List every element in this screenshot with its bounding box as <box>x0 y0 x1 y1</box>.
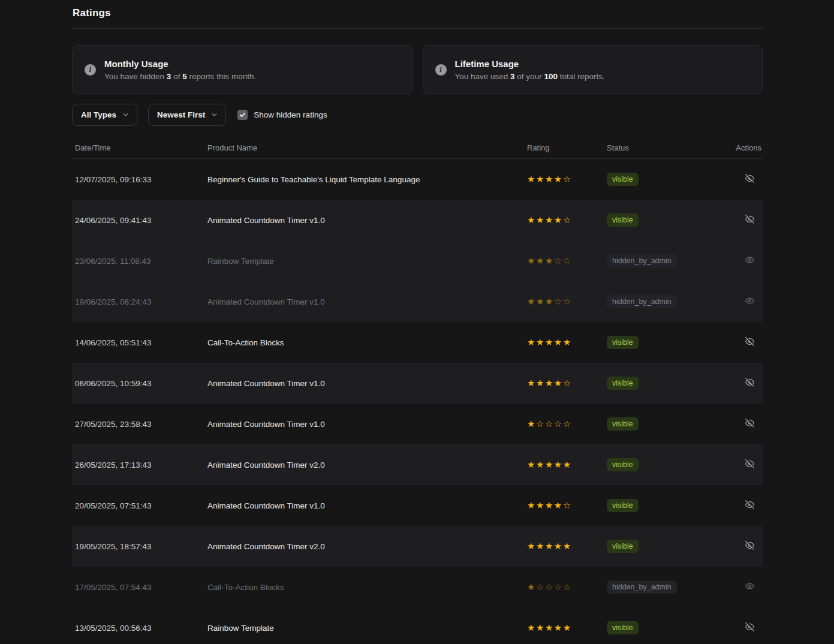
table-row: 06/06/2025, 10:59:43 Animated Countdown … <box>72 363 763 404</box>
status-badge: visible <box>607 458 639 471</box>
row-product: Animated Countdown Timer v1.0 <box>207 216 527 225</box>
toggle-visibility-button[interactable] <box>744 499 755 512</box>
status-badge: visible <box>607 377 639 390</box>
eye-icon <box>745 255 754 266</box>
table-row: 14/06/2025, 05:51:43 Call-To-Action Bloc… <box>72 322 763 363</box>
ratings-table: Date/Time Product Name Rating Status Act… <box>72 137 763 644</box>
row-datetime: 27/05/2025, 23:58:43 <box>75 420 207 429</box>
monthly-usage-title: Monthly Usage <box>104 59 256 69</box>
row-product: Rainbow Template <box>207 624 527 633</box>
toggle-visibility-button[interactable] <box>744 540 755 553</box>
row-rating-stars: ★★★★★ <box>527 337 607 348</box>
eye-icon <box>745 296 754 307</box>
row-product: Call-To-Action Blocks <box>207 583 527 592</box>
row-rating-stars: ★☆☆☆☆ <box>527 419 607 429</box>
toggle-visibility-button[interactable] <box>744 417 755 431</box>
eye-off-icon <box>745 378 754 389</box>
row-datetime: 06/06/2025, 10:59:43 <box>75 379 207 388</box>
row-datetime: 17/05/2025, 07:54:43 <box>75 583 207 592</box>
table-row: 17/05/2025, 07:54:43 Call-To-Action Bloc… <box>72 567 763 607</box>
toggle-visibility-button[interactable] <box>744 621 755 634</box>
toggle-visibility-button[interactable] <box>744 213 755 227</box>
table-row: 27/05/2025, 23:58:43 Animated Countdown … <box>72 404 763 444</box>
toggle-visibility-button[interactable] <box>744 377 755 390</box>
row-datetime: 14/06/2025, 05:51:43 <box>75 338 207 347</box>
row-product: Animated Countdown Timer v1.0 <box>207 379 527 388</box>
header-status: Status <box>607 143 712 152</box>
sort-filter-dropdown[interactable]: Newest First <box>148 104 226 126</box>
table-row: 23/06/2025, 11:08:43 Rainbow Template ★★… <box>72 240 763 281</box>
table-row: 12/07/2025, 09:16:33 Beginner's Guide to… <box>72 159 763 200</box>
row-rating-stars: ★★★★★ <box>527 541 607 552</box>
header-date-time: Date/Time <box>75 143 207 152</box>
row-rating-stars: ★★★★★ <box>527 459 607 470</box>
status-badge: visible <box>607 417 639 431</box>
eye-off-icon <box>745 337 754 348</box>
status-badge: visible <box>607 213 639 227</box>
row-datetime: 24/06/2025, 09:41:43 <box>75 216 207 225</box>
eye-off-icon <box>745 500 754 511</box>
row-rating-stars: ★★★★☆ <box>527 215 607 225</box>
status-badge: hidden_by_admin <box>607 580 677 594</box>
eye-off-icon <box>745 419 754 429</box>
row-product: Animated Countdown Timer v1.0 <box>207 420 527 429</box>
eye-icon <box>745 582 754 592</box>
eye-off-icon <box>745 215 754 225</box>
status-badge: visible <box>607 621 639 634</box>
row-rating-stars: ★★★★☆ <box>527 174 607 185</box>
status-badge: visible <box>607 499 639 512</box>
row-product: Animated Countdown Timer v1.0 <box>207 501 527 510</box>
row-rating-stars: ★★★★★ <box>527 622 607 633</box>
row-datetime: 19/05/2025, 18:57:43 <box>75 542 207 551</box>
chevron-down-icon <box>122 112 129 118</box>
usage-cards: i Monthly Usage You have hidden 3 of 5 r… <box>72 45 763 94</box>
ratings-page: Ratings i Monthly Usage You have hidden … <box>72 0 763 644</box>
row-product: Rainbow Template <box>207 257 527 266</box>
row-datetime: 26/05/2025, 17:13:43 <box>75 461 207 470</box>
row-rating-stars: ★★★☆☆ <box>527 296 607 307</box>
row-rating-stars: ★★★☆☆ <box>527 255 607 266</box>
toggle-visibility-button[interactable] <box>744 336 755 349</box>
row-product: Animated Countdown Timer v1.0 <box>207 297 527 306</box>
status-badge: visible <box>607 173 639 186</box>
chevron-down-icon <box>211 112 218 118</box>
check-icon <box>239 110 246 121</box>
title-divider <box>72 28 763 29</box>
type-filter-dropdown[interactable]: All Types <box>72 104 137 126</box>
row-rating-stars: ★☆☆☆☆ <box>527 582 607 592</box>
row-product: Beginner's Guide to Teachable's Liquid T… <box>207 175 527 184</box>
row-rating-stars: ★★★★☆ <box>527 378 607 389</box>
toggle-visibility-button[interactable] <box>744 458 755 471</box>
status-badge: hidden_by_admin <box>607 254 677 267</box>
lifetime-usage-text: You have used 3 of your 100 total report… <box>455 72 605 81</box>
row-datetime: 23/06/2025, 11:08:43 <box>75 257 207 266</box>
toggle-visibility-button[interactable] <box>744 254 755 267</box>
row-product: Animated Countdown Timer v2.0 <box>207 542 527 551</box>
toggle-visibility-button[interactable] <box>744 580 755 594</box>
table-body: 12/07/2025, 09:16:33 Beginner's Guide to… <box>72 159 763 644</box>
toggle-visibility-button[interactable] <box>744 173 755 186</box>
row-datetime: 12/07/2025, 09:16:33 <box>75 175 207 184</box>
lifetime-usage-card: i Lifetime Usage You have used 3 of your… <box>423 45 763 94</box>
monthly-usage-card: i Monthly Usage You have hidden 3 of 5 r… <box>72 45 413 94</box>
table-row: 13/05/2025, 00:56:43 Rainbow Template ★★… <box>72 607 763 644</box>
table-row: 19/05/2025, 18:57:43 Animated Countdown … <box>72 526 763 567</box>
info-icon: i <box>85 64 96 76</box>
table-row: 24/06/2025, 09:41:43 Animated Countdown … <box>72 200 763 240</box>
row-product: Animated Countdown Timer v2.0 <box>207 461 527 470</box>
info-icon: i <box>435 64 447 76</box>
eye-off-icon <box>745 459 754 470</box>
header-product-name: Product Name <box>207 143 527 152</box>
page-title: Ratings <box>73 7 763 19</box>
header-actions: Actions <box>712 143 763 152</box>
eye-off-icon <box>745 622 754 633</box>
filter-bar: All Types Newest First Show hidden ratin… <box>72 104 763 126</box>
table-header: Date/Time Product Name Rating Status Act… <box>72 137 763 159</box>
monthly-usage-text: You have hidden 3 of 5 reports this mont… <box>104 72 256 81</box>
toggle-visibility-button[interactable] <box>744 295 755 308</box>
show-hidden-checkbox[interactable] <box>237 110 248 120</box>
eye-off-icon <box>745 174 754 185</box>
show-hidden-label: Show hidden ratings <box>254 110 327 119</box>
status-badge: hidden_by_admin <box>607 295 677 308</box>
status-badge: visible <box>607 336 639 349</box>
